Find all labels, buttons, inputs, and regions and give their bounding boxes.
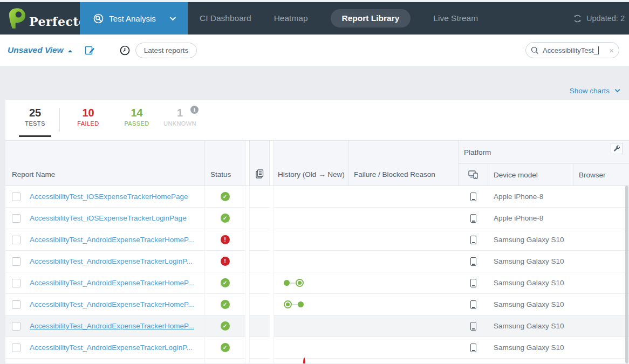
stat-passed[interactable]: 14 PASSED bbox=[117, 107, 157, 134]
report-link[interactable]: AccessibilityTest_iOSExpenseTrackerHomeP… bbox=[30, 193, 188, 201]
row-checkbox[interactable] bbox=[12, 279, 20, 287]
refresh-icon bbox=[573, 14, 582, 23]
row-checkbox[interactable] bbox=[12, 193, 20, 201]
device-model: Samsung Galaxy S10 bbox=[494, 236, 564, 244]
column-gap bbox=[270, 337, 274, 359]
edit-document-icon bbox=[85, 45, 95, 56]
failure-reason-cell bbox=[349, 208, 459, 229]
failure-reason-cell bbox=[349, 229, 459, 251]
column-gap bbox=[270, 229, 274, 251]
row-checkbox[interactable] bbox=[12, 214, 20, 223]
history-dots[interactable] bbox=[284, 279, 304, 287]
row-checkbox[interactable] bbox=[12, 257, 20, 266]
chevron-down-icon bbox=[615, 87, 620, 92]
check-circle-icon: ✓ bbox=[221, 343, 230, 352]
search-input[interactable]: AccessibilityTest_ × bbox=[525, 42, 619, 58]
column-header-report-name[interactable]: Report Name bbox=[5, 141, 205, 186]
show-charts-label: Show charts bbox=[570, 87, 610, 95]
nav-item-report-library[interactable]: Report Library bbox=[331, 9, 411, 28]
nav-item-live-stream[interactable]: Live Stream bbox=[433, 13, 478, 23]
brand-name: Perfecto bbox=[29, 15, 87, 29]
row-checkbox[interactable] bbox=[12, 300, 20, 309]
latest-reports-button[interactable]: Latest reports bbox=[135, 43, 197, 58]
save-view-button[interactable] bbox=[85, 45, 95, 56]
time-filter-button[interactable] bbox=[120, 45, 130, 56]
view-selector[interactable]: Unsaved View bbox=[8, 45, 72, 55]
phone-icon bbox=[470, 279, 476, 287]
check-circle-icon: ✓ bbox=[221, 300, 230, 309]
report-link[interactable]: AccessibilityTest_AndroidExpenseTrackerL… bbox=[30, 257, 193, 265]
search-icon bbox=[531, 46, 539, 54]
failed-count: 10 bbox=[65, 107, 111, 119]
browser-cell bbox=[573, 315, 629, 337]
report-link[interactable]: AccessibilityTest_iOSExpenseTrackerLogin… bbox=[30, 214, 187, 222]
history-dots[interactable] bbox=[284, 300, 304, 308]
report-link[interactable]: AccessibilityTest_AndroidExpenseTrackerH… bbox=[30, 322, 194, 330]
column-gap bbox=[245, 229, 249, 251]
browser-cell bbox=[573, 272, 629, 294]
phone-icon bbox=[470, 193, 476, 201]
row-checkbox[interactable] bbox=[12, 322, 20, 331]
refresh-status[interactable]: Updated: 2 bbox=[573, 2, 629, 35]
table-row: AccessibilityTest_AndroidExpenseTrackerH… bbox=[5, 272, 629, 294]
perfecto-logo-icon bbox=[9, 8, 26, 29]
tab-test-analysis[interactable]: Test Analysis bbox=[80, 2, 188, 35]
column-settings-button[interactable] bbox=[611, 143, 623, 154]
column-gap bbox=[245, 251, 249, 272]
failure-reason-cell bbox=[349, 272, 459, 294]
report-link[interactable]: AccessibilityTest_AndroidExpenseTrackerH… bbox=[30, 279, 194, 287]
failure-reason-cell bbox=[349, 337, 459, 359]
failure-reason-cell bbox=[349, 294, 459, 315]
perfecto-logo[interactable]: Perfecto bbox=[0, 2, 80, 35]
analysis-magnifier-icon bbox=[93, 13, 104, 24]
device-model: Samsung Galaxy S10 bbox=[494, 322, 564, 330]
history-failed-dot bbox=[303, 358, 305, 363]
column-header-device-type[interactable] bbox=[459, 164, 488, 186]
browser-cell bbox=[573, 186, 629, 208]
browser-cell bbox=[573, 208, 629, 229]
column-header-status[interactable]: Status bbox=[205, 141, 245, 186]
failure-reason-cell bbox=[349, 186, 459, 208]
stat-failed[interactable]: 10 FAILED bbox=[65, 107, 111, 134]
column-gap bbox=[245, 141, 249, 186]
column-header-browser[interactable]: Browser bbox=[573, 164, 629, 186]
stat-tests[interactable]: 25 TESTS bbox=[16, 107, 54, 134]
navbar: Perfecto Test Analysis CI Dashboard Heat… bbox=[0, 2, 629, 35]
exclamation-circle-icon: ! bbox=[221, 257, 230, 266]
report-link[interactable]: AccessibilityTest_AndroidExpenseTrackerL… bbox=[30, 344, 193, 352]
column-header-artifacts[interactable] bbox=[249, 141, 270, 186]
show-charts-toggle[interactable]: Show charts bbox=[570, 87, 618, 95]
column-gap bbox=[245, 294, 249, 315]
device-model: Apple iPhone-8 bbox=[494, 193, 543, 201]
report-link[interactable]: AccessibilityTest_AndroidExpenseTrackerH… bbox=[30, 300, 194, 308]
table-row: AccessibilityTest_AndroidExpenseTrackerL… bbox=[5, 251, 629, 272]
column-header-failure-reason[interactable]: Failure / Blocked Reason bbox=[349, 141, 459, 186]
nav-item-heatmap[interactable]: Heatmap bbox=[274, 13, 308, 23]
device-model: Samsung Galaxy S10 bbox=[494, 344, 564, 352]
table-header: Report Name Status History (Old → New) F… bbox=[5, 141, 629, 186]
caret-down-icon bbox=[67, 50, 72, 54]
nav-item-ci-dashboard[interactable]: CI Dashboard bbox=[200, 13, 251, 23]
wrench-icon bbox=[613, 145, 620, 152]
column-gap bbox=[270, 294, 274, 315]
report-link[interactable]: AccessibilityTest_AndroidExpenseTrackerH… bbox=[30, 236, 194, 244]
summary-bar: 25 TESTS 10 FAILED 14 PASSED 1 UNKNOWN i bbox=[5, 100, 629, 141]
table-row: AccessibilityTest_AndroidExpenseTrackerH… bbox=[5, 229, 629, 251]
info-icon[interactable]: i bbox=[190, 106, 199, 114]
table-row: AccessibilityTest_AndroidExpenseTrackerL… bbox=[5, 337, 629, 359]
table-row: AccessibilityTest_iOSExpenseTrackerHomeP… bbox=[5, 186, 629, 208]
column-header-device-model[interactable]: Device model bbox=[488, 164, 573, 186]
clear-search-icon[interactable]: × bbox=[609, 46, 614, 54]
table-body: AccessibilityTest_iOSExpenseTrackerHomeP… bbox=[5, 186, 629, 359]
phone-icon bbox=[470, 257, 476, 266]
vertical-scrollbar[interactable] bbox=[625, 186, 628, 363]
column-gap bbox=[270, 186, 274, 208]
row-checkbox[interactable] bbox=[12, 236, 20, 244]
table-row: AccessibilityTest_iOSExpenseTrackerLogin… bbox=[5, 208, 629, 229]
column-gap bbox=[270, 272, 274, 294]
row-checkbox[interactable] bbox=[12, 344, 20, 352]
search-value: AccessibilityTest_ bbox=[543, 46, 598, 54]
phone-icon bbox=[470, 236, 476, 244]
check-circle-icon: ✓ bbox=[221, 192, 230, 201]
column-header-history[interactable]: History (Old → New) bbox=[274, 141, 349, 186]
